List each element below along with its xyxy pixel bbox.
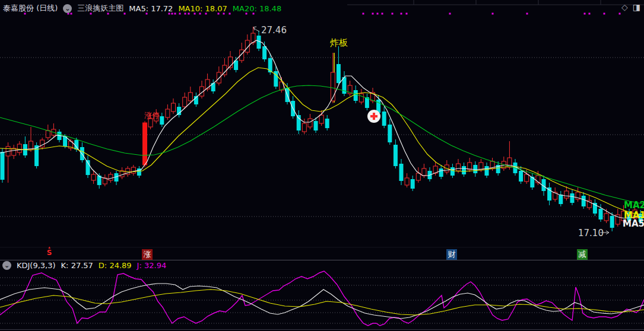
candle-body-down — [411, 179, 415, 189]
candle — [411, 176, 415, 191]
candle — [177, 103, 181, 117]
candle-body-up — [131, 167, 135, 173]
candle — [29, 127, 33, 152]
kdj-k-readout: K: 27.57 — [61, 261, 93, 270]
candle — [325, 115, 329, 131]
candle-body-up — [479, 163, 483, 170]
candle-body-up — [17, 144, 21, 152]
candle — [553, 187, 557, 202]
chart-header: 泰嘉股份 (日线) ⌄ 三浪擒妖主图 MA5: 17.72 MA10: 18.0… — [3, 1, 281, 16]
candle — [223, 58, 227, 77]
candle-body-limit-up — [143, 123, 147, 165]
candle — [211, 79, 215, 94]
candle-body-up — [456, 164, 461, 171]
candle-body-down — [399, 164, 404, 181]
candle — [115, 171, 119, 185]
candle-body-down — [439, 168, 443, 177]
candle-body-down — [485, 166, 489, 176]
kdj-lines-layer — [0, 271, 644, 326]
candle — [502, 157, 506, 171]
candle-body-up — [148, 119, 153, 127]
candle-body-down — [160, 116, 164, 125]
candle-body-down — [473, 165, 477, 173]
kdj-indicator-label: KDJ(9,3,3) — [17, 261, 56, 270]
diamond-tool-icon[interactable]: ◇ — [621, 2, 628, 12]
kdj-dropdown-icon[interactable]: ⌄ — [2, 261, 11, 270]
badge-cai: 财 — [446, 249, 457, 260]
candle-body-up — [12, 148, 16, 155]
candle-body-up — [46, 131, 50, 138]
candle — [348, 81, 352, 96]
ma20-line — [0, 85, 644, 204]
candle-body-down — [394, 145, 398, 166]
candle — [394, 139, 398, 168]
candle — [564, 186, 569, 200]
candle — [69, 139, 73, 151]
candle — [229, 51, 233, 70]
kdj-d-line — [0, 289, 644, 315]
candle-body-up — [422, 168, 426, 176]
sell-signal-marker: ▴ S — [45, 246, 53, 256]
candle-body-up — [308, 119, 312, 127]
candle-body-down — [610, 216, 614, 228]
candle — [103, 174, 107, 186]
candle — [46, 125, 50, 140]
zhangting-label: 涨停 — [144, 111, 160, 120]
candle — [485, 163, 489, 178]
stock-title: 泰嘉股份 (日线) — [3, 3, 58, 14]
candle-body-up — [217, 72, 221, 83]
candle — [234, 57, 238, 72]
candle-body-up — [183, 97, 187, 107]
candle — [542, 176, 546, 196]
candle — [40, 138, 45, 149]
candle-body-up — [302, 123, 306, 132]
candle — [382, 107, 386, 128]
signal-dot — [372, 13, 374, 15]
peak-price-label: 27.46 — [261, 25, 287, 36]
panel-layout-icon[interactable]: ◨ — [633, 2, 640, 12]
candle-body-down — [297, 115, 301, 131]
candle — [445, 160, 449, 174]
candle-body-up — [172, 103, 176, 112]
circle-plus-marker — [367, 110, 380, 123]
candle — [593, 199, 597, 216]
low-price-label: 17.10 — [578, 228, 604, 238]
candle — [188, 87, 192, 103]
candle — [570, 190, 575, 205]
candle — [17, 141, 21, 155]
signal-dot — [449, 13, 451, 15]
candle-body-down — [599, 209, 603, 219]
candle — [137, 166, 141, 178]
candle-body-down — [382, 112, 386, 126]
candle-body-up — [91, 174, 96, 180]
stock-trading-app: 27.46 炸板 涨停 17.10 MA2 MA1 MA5 泰嘉股份 (日线) … — [0, 0, 644, 331]
signal-dot — [492, 13, 494, 15]
candle-body-up — [29, 141, 33, 149]
candle — [109, 172, 113, 183]
candle-body-down — [559, 195, 563, 204]
candle-body-down — [1, 152, 5, 180]
candle-body-down — [80, 147, 84, 160]
candle — [34, 142, 39, 168]
candle-body-down — [325, 119, 329, 128]
candle-body-up — [416, 173, 420, 180]
price-chart-canvas[interactable]: 27.46 炸板 涨停 17.10 MA2 MA1 MA5 — [0, 0, 644, 331]
candle — [462, 163, 466, 177]
signal-dot — [526, 13, 528, 15]
indicator-dropdown-icon[interactable]: ⌄ — [63, 4, 72, 13]
main-indicator-name: 三浪擒妖主图 — [77, 3, 123, 14]
candle — [91, 171, 96, 184]
candle — [439, 165, 443, 179]
kdj-j-readout: J: 32.94 — [137, 261, 167, 270]
candle — [291, 96, 295, 119]
signal-dot — [363, 13, 364, 15]
candle — [160, 113, 164, 127]
candle-body-up — [109, 174, 113, 180]
signal-letter: S — [45, 249, 53, 256]
candle — [342, 71, 347, 96]
signal-dot — [377, 13, 379, 15]
candle-body-up — [604, 214, 608, 221]
candle — [576, 187, 580, 202]
candle-body-up — [525, 174, 529, 182]
candle-body-down — [519, 171, 523, 182]
